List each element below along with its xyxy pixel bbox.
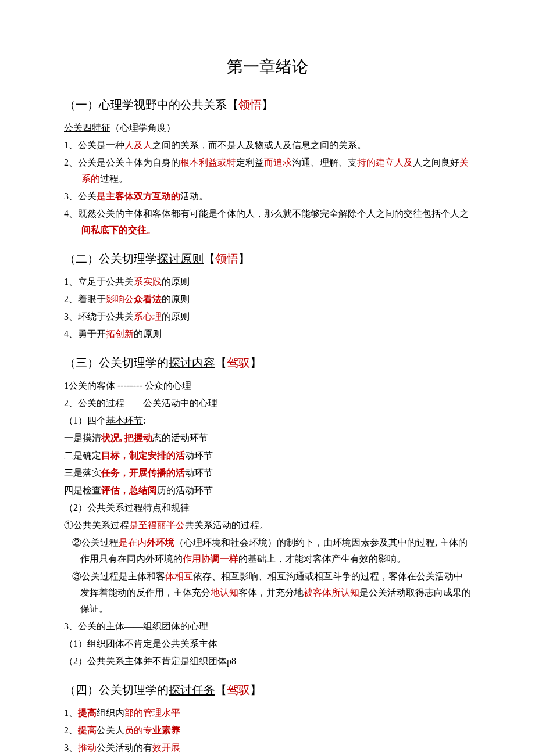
section-1-heading: （一）心理学视野中的公共关系【领悟】 <box>64 95 471 115</box>
text: 之间的关系，而不是人及物或人及信息之间的关系。 <box>152 140 366 150</box>
text: 客体，并充分地 <box>238 587 304 597</box>
text: 活动。 <box>180 191 208 201</box>
text: 】 <box>262 98 273 111</box>
text: 推动 <box>78 743 97 753</box>
text: 目标，制定安排的活 <box>101 450 185 460</box>
text: 1、 <box>64 708 78 718</box>
text: （三）公关切理学的 <box>64 356 169 369</box>
text: ③公关过程是主体和客 <box>72 571 165 581</box>
text: 地认知 <box>211 587 238 597</box>
text: 持的建立人及 <box>357 157 413 167</box>
list-item: ②公关过程是在内外环境（心理环境和社会环境）的制约下，由环境因素参及其中的过程,… <box>64 535 471 567</box>
text: 被客体所认知 <box>304 587 359 597</box>
text: 定利益 <box>236 157 264 167</box>
list-item: 2、公关的过程——公关活动中的心理 <box>64 395 471 411</box>
text: 众看法 <box>134 294 162 304</box>
text: 提高 <box>78 708 97 718</box>
list-item: 1、提高组织内部的管理水平 <box>64 705 471 721</box>
text: 2、公关是公关主体为自身的 <box>64 157 180 167</box>
list-item: 一是摸清状况, 把握动态的活动环节 <box>64 430 471 446</box>
text: 理水平 <box>152 708 180 718</box>
text: 提高 <box>78 725 97 735</box>
text: 】 <box>250 683 262 696</box>
list-item: 3、公关的主体——组织团体的心理 <box>64 618 471 635</box>
text: 共关系活动的过程。 <box>185 520 269 530</box>
text: 动环节 <box>185 468 213 478</box>
text: 3、环绕于公共关 <box>64 311 134 321</box>
text: 二是确定 <box>64 450 101 460</box>
text: 根本利益或特 <box>180 157 236 167</box>
list-item: 1公关的客体 -------- 公众的心理 <box>64 378 471 394</box>
list-item: 2、提高公关人员的专业素养 <box>64 722 471 739</box>
list-item: 3、推动公关活动的有效开展 <box>64 740 471 756</box>
text: 公关人 <box>97 725 124 735</box>
text: 一是摸清 <box>64 433 101 443</box>
text: 体相互 <box>165 571 193 581</box>
list-item: ③公关过程是主体和客体相互依存、相互影响、相互沟通或相互斗争的过程，客体在公关活… <box>64 568 471 617</box>
text: 作用协 <box>183 554 211 564</box>
text: 过程。 <box>100 174 128 184</box>
text: 领悟 <box>215 252 238 265</box>
list-item: 四是检查评估，总结阅历的活动环节 <box>64 482 471 499</box>
section-4-heading: （四）公关切理学的探讨任务【驾驭】 <box>64 680 471 700</box>
text: 而追求 <box>264 157 292 167</box>
text: 系心理 <box>134 311 162 321</box>
text: 1、立足于公共关 <box>64 277 134 286</box>
text: 评估，总结阅 <box>101 485 157 495</box>
text: 公关四特征 <box>64 123 110 132</box>
text: 沟通、理解、支 <box>292 157 357 167</box>
text: （1）四个 <box>64 415 106 425</box>
section-3-heading: （三）公关切理学的探讨内容【驾驭】 <box>64 353 471 373</box>
subheading: 公关四特征（心理学角度） <box>64 120 471 136</box>
text: 驾驭 <box>227 356 250 369</box>
list-item: 4、勇于开拓创新的原则 <box>64 326 471 342</box>
text: 4、既然公关的主体和客体都有可能是个体的人，那么就不能够完全解除个人之间的交往包… <box>64 209 469 218</box>
list-item: 2、公关是公关主体为自身的根本利益或特定利益而追求沟通、理解、支持的建立人及人之… <box>64 155 471 187</box>
text: 】 <box>250 356 262 369</box>
section-2-heading: （二）公关切理学探讨原则【领悟】 <box>64 249 471 269</box>
text: 驾驭 <box>227 683 250 696</box>
text: 组织内 <box>97 708 124 718</box>
text: 部的管 <box>124 708 152 718</box>
text: 三是落实 <box>64 468 101 478</box>
list-item: 2、着眼于影响公众看法的原则 <box>64 291 471 307</box>
text: 系实践 <box>134 277 162 286</box>
list-item: （1）四个基本环节: <box>64 413 471 429</box>
text: 的原则 <box>162 294 190 304</box>
text: 2、 <box>64 725 78 735</box>
text: 基本环节 <box>106 415 143 425</box>
text: 人之间良好 <box>413 157 459 167</box>
text: 是至福丽半公 <box>129 520 185 530</box>
text: （二）公关切理学 <box>64 252 157 265</box>
text: 4、勇于开 <box>64 329 106 339</box>
list-item: 4、既然公关的主体和客体都有可能是个体的人，那么就不能够完全解除个人之间的交往包… <box>64 206 471 238</box>
text: ②公关过程 <box>72 538 119 547</box>
text: 的原则 <box>162 277 190 286</box>
text: 探讨任务 <box>169 683 215 696</box>
list-item: （2）公共关系过程特点和规律 <box>64 500 471 516</box>
text: 公关活动的有 <box>97 743 152 753</box>
text: 动环节 <box>185 450 213 460</box>
list-item: 1、立足于公共关系实践的原则 <box>64 274 471 290</box>
chapter-title: 第一章绪论 <box>64 52 471 81</box>
list-item: ①公共关系过程是至福丽半公共关系活动的过程。 <box>64 517 471 533</box>
list-item: （1）组织团体不肯定是公共关系主体 <box>64 636 471 652</box>
text: 是主客体双方互动的 <box>97 191 180 201</box>
text: : <box>143 415 145 425</box>
text: （四）公关切理学的 <box>64 683 169 696</box>
text: 的原则 <box>162 311 190 321</box>
list-item: 3、公关是主客体双方互动的活动。 <box>64 188 471 205</box>
text: 【 <box>204 252 215 265</box>
text: 调一样 <box>211 554 238 564</box>
text: 探讨内容 <box>169 356 215 369</box>
text: 【 <box>215 683 227 696</box>
text: 1、公关是一种 <box>64 140 124 150</box>
text: 态的活动环节 <box>152 433 208 443</box>
text: 外环境 <box>147 538 174 547</box>
text: 领悟 <box>238 98 262 111</box>
text: （一）心理学视野中的公共关系【 <box>64 98 238 111</box>
text: 3、 <box>64 743 78 753</box>
list-item: 三是落实任务，开展传播的活动环节 <box>64 465 471 481</box>
list-item: （2）公共关系主体并不肯定是组织团体p8 <box>64 653 471 669</box>
text: 影响公 <box>106 294 134 304</box>
